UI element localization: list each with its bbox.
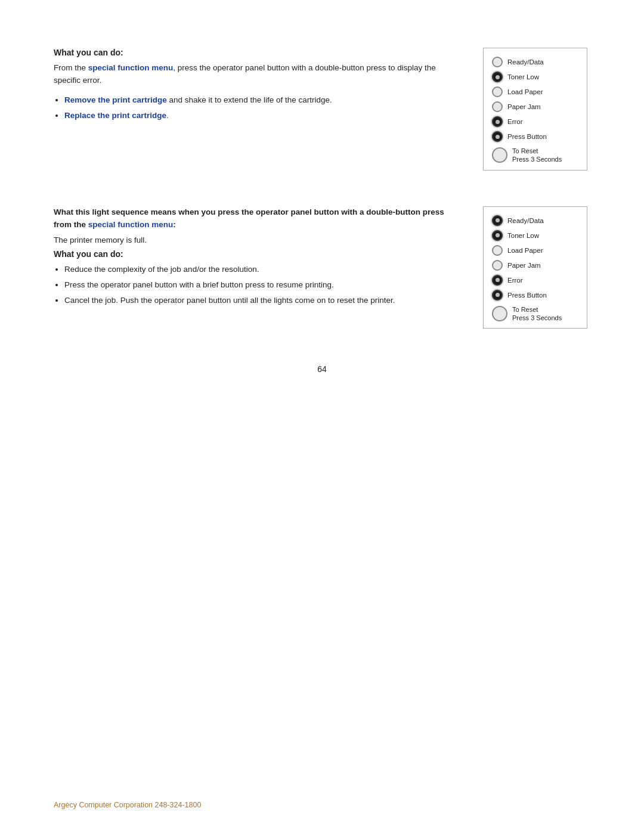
reset-label2-2: Press 3 Seconds	[512, 314, 562, 322]
section1-intro: From the special function menu, press th…	[54, 62, 453, 87]
label-ready-data: Ready/Data	[507, 58, 544, 66]
indicator2-ready-data: Ready/Data	[492, 215, 578, 226]
section1-bullets: Remove the print cartridge and shake it …	[64, 94, 453, 122]
section2-bullet-1: Reduce the complexity of the job and/or …	[64, 264, 453, 276]
section2-bullet-3: Cancel the job. Push the operator panel …	[64, 295, 453, 307]
section1-bullet-2: Replace the print cartridge.	[64, 110, 453, 122]
section1: What you can do: From the special functi…	[54, 48, 590, 171]
indicator-error: Error	[492, 116, 578, 127]
led2-load-paper	[492, 245, 503, 256]
section2: What this light sequence means when you …	[54, 206, 590, 329]
section1-panel: Ready/Data Toner Low Load Paper Paper Ja…	[483, 48, 587, 171]
label-paper-jam: Paper Jam	[507, 103, 541, 110]
indicator2-press-button: Press Button	[492, 290, 578, 301]
indicator-load-paper: Load Paper	[492, 86, 578, 97]
section1-text: What you can do: From the special functi…	[54, 48, 465, 171]
section2-header-bold: special function menu	[88, 220, 174, 229]
indicator2-paper-jam: Paper Jam	[492, 260, 578, 271]
led-press-button	[492, 131, 503, 142]
led-reset	[492, 147, 507, 163]
section1-diagram: Ready/Data Toner Low Load Paper Paper Ja…	[483, 48, 590, 171]
led-error	[492, 116, 503, 127]
section1-bullet2-bold: Replace the print cartridge	[64, 111, 166, 120]
indicator-press-button: Press Button	[492, 131, 578, 142]
section2-header: What this light sequence means when you …	[54, 206, 453, 231]
section1-bullet-1: Remove the print cartridge and shake it …	[64, 94, 453, 107]
led2-ready-data	[492, 215, 503, 226]
label2-ready-data: Ready/Data	[507, 217, 544, 224]
label2-load-paper: Load Paper	[507, 247, 543, 254]
section1-what-you-can-do: What you can do:	[54, 48, 453, 57]
indicator2-toner-low: Toner Low	[492, 230, 578, 241]
led2-toner-low	[492, 230, 503, 241]
indicator-paper-jam: Paper Jam	[492, 101, 578, 112]
reset-label1: To Reset	[512, 147, 562, 155]
label2-error: Error	[507, 277, 523, 284]
label-press-button: Press Button	[507, 133, 547, 140]
indicator-toner-low: Toner Low	[492, 72, 578, 82]
led2-error	[492, 275, 503, 286]
page: What you can do: From the special functi…	[0, 0, 644, 833]
section2-what-you-can-do: What you can do:	[54, 249, 453, 259]
reset-label2: Press 3 Seconds	[512, 155, 562, 163]
section2-text: What this light sequence means when you …	[54, 206, 465, 329]
indicator2-load-paper: Load Paper	[492, 245, 578, 256]
led-ready-data	[492, 57, 503, 67]
reset-label-group: To Reset Press 3 Seconds	[512, 147, 562, 164]
section2-description: The printer memory is full.	[54, 236, 453, 244]
label2-toner-low: Toner Low	[507, 232, 539, 239]
led-paper-jam	[492, 101, 503, 112]
section1-bullet1-bold: Remove the print cartridge	[64, 95, 167, 104]
section2-bullet-2: Press the operator panel button with a b…	[64, 279, 453, 292]
led-load-paper	[492, 86, 503, 97]
page-number: 64	[54, 364, 590, 374]
reset-label1-2: To Reset	[512, 305, 562, 314]
led2-press-button	[492, 290, 503, 301]
label-load-paper: Load Paper	[507, 88, 543, 95]
footer: Argecy Computer Corporation 248-324-1800	[54, 801, 201, 809]
label2-paper-jam: Paper Jam	[507, 262, 541, 269]
indicator2-error: Error	[492, 275, 578, 286]
label2-press-button: Press Button	[507, 292, 547, 299]
section2-bullets: Reduce the complexity of the job and/or …	[64, 264, 453, 307]
label-toner-low: Toner Low	[507, 73, 539, 80]
led2-paper-jam	[492, 260, 503, 271]
led2-reset	[492, 306, 507, 321]
indicator-ready-data: Ready/Data	[492, 57, 578, 67]
section1-intro-bold: special function menu	[88, 63, 174, 72]
label-error: Error	[507, 118, 523, 125]
section2-diagram: Ready/Data Toner Low Load Paper Paper Ja…	[483, 206, 590, 329]
section2-panel: Ready/Data Toner Low Load Paper Paper Ja…	[483, 206, 587, 329]
reset-row2: To Reset Press 3 Seconds	[492, 305, 578, 323]
reset-label-group2: To Reset Press 3 Seconds	[512, 305, 562, 323]
reset-row: To Reset Press 3 Seconds	[492, 147, 578, 164]
led-toner-low	[492, 72, 503, 82]
